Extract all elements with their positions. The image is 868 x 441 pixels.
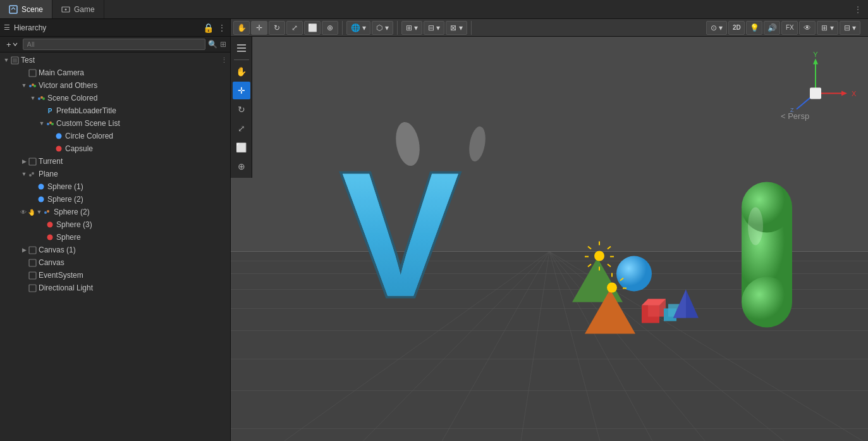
label-main-camera: Main Camera <box>39 68 84 77</box>
tree-item-victor[interactable]: Victor and Others <box>0 79 230 92</box>
label-sphere3: Sphere (3) <box>56 220 92 229</box>
search-extra-btn[interactable]: ⊞ <box>220 40 226 49</box>
icon-victor <box>28 81 37 90</box>
scene-background: V V <box>231 37 868 441</box>
layers-btn[interactable]: ⊙ ▾ <box>706 21 727 35</box>
tree-item-sphere[interactable]: Sphere <box>0 231 230 244</box>
icon-sphere2b <box>43 208 52 216</box>
aspect-btn[interactable]: ⊟ ▾ <box>840 21 860 35</box>
right-options: ⊙ ▾ 2D 💡 🔊 FX 👁 ⊞ ▾ ⊟ ▾ <box>706 21 864 35</box>
tree-item-custom-scene-list[interactable]: Custom Scene List <box>0 117 230 130</box>
gizmo-btn[interactable]: ⊠ ▾ <box>446 21 467 35</box>
scale-tool[interactable]: ⤢ <box>233 120 250 137</box>
tree-item-circle-colored[interactable]: Circle Colored <box>0 130 230 142</box>
icon-turrent <box>28 157 37 166</box>
tab-game[interactable]: Game <box>52 0 104 18</box>
svg-rect-27 <box>29 259 36 266</box>
shading-btn[interactable]: ⬡ ▾ <box>372 21 393 35</box>
tree-item-sphere2b[interactable]: 👁 🤚 Sphere (2) <box>0 206 230 218</box>
icon-sphere1 <box>37 182 46 191</box>
fx-btn[interactable]: FX <box>781 21 798 35</box>
tree-item-prefab-loader[interactable]: P PrefabLoaderTitle <box>0 104 230 117</box>
effects-btn[interactable]: 👁 <box>799 21 816 35</box>
arrow-custom-scene-list <box>38 120 46 127</box>
search-icon[interactable]: 🔍 <box>208 40 217 49</box>
label-sphere2a: Sphere (2) <box>47 195 83 204</box>
tree-item-sphere3[interactable]: Sphere (3) <box>0 218 230 231</box>
label-test: Test <box>21 56 35 65</box>
tree-item-canvas[interactable]: Canvas <box>0 256 230 269</box>
hand-tool[interactable]: ✋ <box>233 63 250 80</box>
universal-tool[interactable]: ⊕ <box>233 158 250 175</box>
hierarchy-search-bar: + 🔍 ⊞ <box>0 37 230 53</box>
tab-game-label: Game <box>74 5 95 14</box>
move-tool-btn[interactable]: ✛ <box>251 21 267 35</box>
label-victor: Victor and Others <box>39 81 97 90</box>
arrow-victor <box>20 82 28 89</box>
grid-options: ⊞ ▾ ⊟ ▾ ⊠ ▾ <box>401 21 472 35</box>
tool-panel: ✋ ✛ ↻ ⤢ ⬜ ⊕ <box>231 37 252 178</box>
label-sphere2b: Sphere (2) <box>54 208 90 216</box>
globe-btn[interactable]: 🌐 ▾ <box>346 21 370 35</box>
svg-text:< Persp: < Persp <box>781 111 809 121</box>
svg-point-12 <box>47 123 49 125</box>
move-tool[interactable]: ✛ <box>233 82 250 99</box>
svg-point-22 <box>44 211 47 214</box>
icon-sphere3 <box>46 220 54 229</box>
tree-item-directional-light[interactable]: Directional Light <box>0 282 230 294</box>
test-more-btn[interactable]: ⋮ <box>221 56 228 65</box>
tree-item-scene-colored[interactable]: Scene Colored <box>0 92 230 104</box>
svg-point-64 <box>616 256 652 292</box>
universal-tool-btn[interactable]: ⊕ <box>322 21 338 35</box>
hamburger-tool-btn[interactable] <box>233 39 250 57</box>
icon-canvas1 <box>28 245 37 254</box>
audio-btn[interactable]: 🔊 <box>764 21 780 35</box>
tab-scene[interactable]: Scene <box>0 0 52 18</box>
more-tabs-button[interactable]: ⋮ <box>848 5 868 14</box>
snap-btn[interactable]: ⊞ ▾ <box>401 21 422 35</box>
rotate-tool-btn[interactable]: ↻ <box>269 21 285 35</box>
icon-plane <box>28 170 37 178</box>
svg-point-2 <box>65 8 67 10</box>
arrow-scene-colored <box>29 95 37 101</box>
rect-tool[interactable]: ⬜ <box>233 139 250 156</box>
grid2-btn[interactable]: ⊟ ▾ <box>424 21 444 35</box>
icon-custom-scene-list <box>46 119 54 128</box>
tree-item-sphere2a[interactable]: Sphere (2) <box>0 193 230 206</box>
tree-item-plane[interactable]: Plane <box>0 168 230 180</box>
tree-item-eventsystem[interactable]: EventSystem <box>0 269 230 282</box>
hand-tool-btn[interactable]: ✋ <box>233 21 250 35</box>
scene-viewport: V V <box>231 37 868 441</box>
2d-btn[interactable]: 2D <box>728 21 745 35</box>
label-plane: Plane <box>39 170 58 178</box>
label-circle-colored: Circle Colored <box>65 132 113 140</box>
hierarchy-icon: ☰ <box>4 23 10 32</box>
rotate-tool[interactable]: ↻ <box>233 101 250 118</box>
tree-item-turrent[interactable]: Turrent <box>0 155 230 168</box>
scene-toolbar: ✋ ✛ ↻ ⤢ ⬜ ⊕ 🌐 ▾ ⬡ ▾ ⊞ ▾ ⊟ ▾ ⊠ ▾ ⊙ ▾ <box>231 19 868 37</box>
tree-item-test[interactable]: Test ⋮ <box>0 54 230 66</box>
light-btn[interactable]: 💡 <box>746 21 762 35</box>
svg-point-15 <box>56 134 62 139</box>
tab-scene-label: Scene <box>21 5 43 14</box>
arrow-turrent <box>20 158 28 165</box>
svg-point-16 <box>56 146 62 152</box>
scale-tool-btn[interactable]: ⤢ <box>286 21 303 35</box>
rect-tool-btn[interactable]: ⬜ <box>304 21 321 35</box>
svg-point-80 <box>748 208 763 245</box>
hierarchy-lock-btn[interactable]: 🔒 <box>203 23 214 33</box>
svg-rect-4 <box>13 58 17 63</box>
svg-text:Y: Y <box>813 51 818 58</box>
hierarchy-more-btn[interactable]: ⋮ <box>217 23 226 33</box>
svg-rect-17 <box>29 158 36 165</box>
add-button[interactable]: + <box>4 40 20 49</box>
tree-item-capsule[interactable]: Capsule <box>0 142 230 155</box>
svg-rect-26 <box>29 247 36 254</box>
camera-btn[interactable]: ⊞ ▾ <box>817 21 838 35</box>
tree-item-main-camera[interactable]: Main Camera <box>0 66 230 79</box>
tree-item-sphere1[interactable]: Sphere (1) <box>0 180 230 193</box>
icon-eventsystem <box>28 271 37 280</box>
tree-item-canvas1[interactable]: Canvas (1) <box>0 244 230 256</box>
search-input[interactable] <box>23 39 205 50</box>
label-prefab-loader: PrefabLoaderTitle <box>56 106 116 115</box>
